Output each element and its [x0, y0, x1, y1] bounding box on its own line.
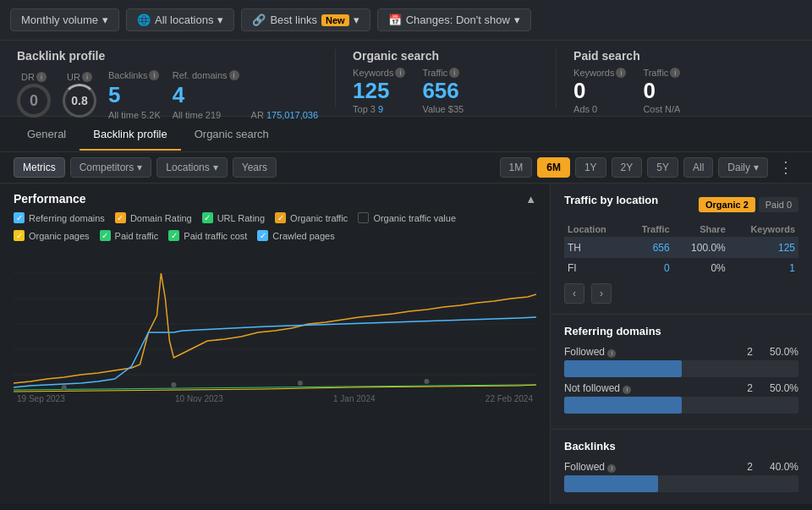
ref-bar-count: 2: [747, 382, 753, 394]
next-arrow[interactable]: ›: [591, 283, 612, 304]
dr-circle: 0: [17, 84, 51, 118]
legend-organic-pages[interactable]: ✓ Organic pages: [14, 230, 90, 241]
loc-col-traffic: Traffic: [626, 222, 673, 238]
ref-domains-label: Ref. domainsi: [173, 70, 239, 80]
ref-bar-pct: 50.0%: [770, 346, 798, 358]
loc-col-keywords: Keywords: [729, 222, 798, 238]
performance-chart: [14, 248, 536, 400]
organic-toggle-btn[interactable]: Organic 2: [699, 197, 755, 212]
backlink-bar-fill: [564, 475, 658, 492]
location-nav-arrows: ‹ ›: [564, 283, 798, 304]
changes-btn[interactable]: 📅 Changes: Don't show ▾: [377, 8, 531, 31]
period-5y-btn[interactable]: 5Y: [647, 157, 678, 178]
best-links-btn[interactable]: 🔗 Best links New ▾: [241, 8, 370, 31]
dr-label: DRi: [21, 72, 47, 82]
ref-bar-row: Not followed i 2 50.0%: [564, 382, 798, 414]
referring-domains-section: Referring domains Followed i 2 50.0% Not…: [551, 315, 812, 430]
traffic-by-location-title: Traffic by location: [564, 194, 658, 206]
loc-share: 100.0%: [673, 238, 729, 259]
ref-bar-count: 2: [747, 346, 753, 358]
changes-label: Changes: Don't show: [406, 14, 510, 26]
chevron-down-icon4: ▾: [514, 14, 520, 26]
ref-bar-track: [564, 360, 798, 377]
all-locations-btn[interactable]: 🌐 All locations ▾: [126, 8, 234, 31]
legend-crawled-pages[interactable]: ✓ Crawled pages: [257, 230, 334, 241]
period-6m-btn[interactable]: 6M: [537, 157, 570, 178]
tab-general[interactable]: General: [14, 119, 80, 151]
backlink-bar-track: [564, 475, 798, 492]
referring-domains-title: Referring domains: [564, 325, 798, 337]
calendar-icon: 📅: [388, 14, 402, 26]
backlink-bar-pct: 40.0%: [770, 461, 798, 473]
period-1y-btn[interactable]: 1Y: [575, 157, 606, 178]
x-label-3: 1 Jan 2024: [333, 394, 376, 403]
monthly-volume-label: Monthly volume: [21, 14, 98, 26]
ref-domains-value: 4: [173, 82, 239, 108]
loc-code: TH: [564, 238, 626, 259]
period-2y-btn[interactable]: 2Y: [612, 157, 643, 178]
legend-referring-domains-label: Referring domains: [29, 213, 105, 223]
legend-paid-traffic-cost[interactable]: ✓ Paid traffic cost: [168, 230, 247, 241]
ref-bar-name: Not followed i: [564, 382, 631, 394]
prev-arrow[interactable]: ‹: [564, 283, 584, 304]
legend-paid-traffic[interactable]: ✓ Paid traffic: [100, 230, 159, 241]
period-all-btn[interactable]: All: [683, 157, 713, 178]
loc-traffic: 656: [626, 238, 673, 259]
x-label-1: 19 Sep 2023: [17, 394, 65, 403]
tab-organic-search[interactable]: Organic search: [181, 119, 283, 151]
legend-otv-checkbox: [358, 212, 369, 223]
loc-keywords: 125: [729, 238, 798, 259]
table-row: TH 656 100.0% 125: [564, 238, 798, 259]
collapse-icon[interactable]: ▲: [525, 193, 536, 206]
legend-crawled-pages-label: Crawled pages: [272, 231, 334, 241]
backlinks-label: Backlinksi: [108, 70, 161, 80]
paid-search-title: Paid search: [573, 49, 726, 63]
chevron-down-icon3: ▾: [354, 14, 359, 26]
paid-traffic: Traffici 0 Cost N/A: [643, 68, 680, 114]
controls-bar: Metrics Competitors▾ Locations▾ Years 1M…: [0, 152, 812, 184]
locations-btn[interactable]: Locations▾: [156, 157, 227, 178]
competitors-btn[interactable]: Competitors▾: [70, 157, 152, 178]
chart-section: Performance ▲ ✓ Referring domains ✓ Doma…: [0, 184, 550, 504]
organic-search-title: Organic search: [353, 49, 539, 63]
nav-tabs: General Backlink profile Organic search: [0, 117, 812, 152]
table-row: FI 0 0% 1: [564, 258, 798, 278]
paid-toggle-btn[interactable]: Paid 0: [759, 197, 798, 212]
backlinks-section: Backlinks Followed i 2 40.0%: [551, 430, 812, 504]
paid-keywords: Keywordsi 0 Ads 0: [573, 68, 626, 114]
daily-btn[interactable]: Daily▾: [718, 157, 768, 178]
legend-organic-traffic-value-label: Organic traffic value: [373, 213, 456, 223]
period-1m-btn[interactable]: 1M: [500, 157, 533, 178]
backlink-bar-count: 2: [747, 461, 753, 473]
monthly-volume-btn[interactable]: Monthly volume ▾: [10, 8, 119, 31]
organic-traffic: Traffici 656 Value $35: [422, 68, 464, 114]
all-locations-label: All locations: [155, 14, 213, 26]
x-marker-1: [62, 385, 67, 390]
metrics-btn[interactable]: Metrics: [14, 157, 65, 178]
toolbar: Monthly volume ▾ 🌐 All locations ▾ 🔗 Bes…: [0, 0, 812, 41]
legend-url-rating[interactable]: ✓ URL Rating: [202, 212, 265, 223]
best-links-label: Best links: [270, 14, 317, 26]
loc-share: 0%: [673, 258, 729, 278]
legend-organic-traffic[interactable]: ✓ Organic traffic: [275, 212, 348, 223]
x-marker-4: [424, 379, 429, 384]
legend-paid-traffic-label: Paid traffic: [115, 231, 159, 241]
more-options-btn[interactable]: ⋮: [773, 158, 798, 177]
organic-keywords: Keywordsi 125 Top 3 9: [353, 68, 405, 114]
legend-referring-domains[interactable]: ✓ Referring domains: [14, 212, 105, 223]
chevron-down-icon: ▾: [102, 14, 108, 26]
legend-domain-rating[interactable]: ✓ Domain Rating: [115, 212, 192, 223]
legend-url-rating-label: URL Rating: [217, 213, 265, 223]
backlinks-stat: Backlinksi 5 All time 5.2K: [108, 70, 161, 120]
chart-area: 19 Sep 2023 10 Nov 2023 1 Jan 2024 22 Fe…: [14, 248, 536, 392]
performance-header: Performance ▲: [14, 192, 536, 206]
globe-icon: 🌐: [137, 14, 151, 26]
legend-paid-traffic-cost-label: Paid traffic cost: [184, 231, 247, 241]
main-content: Performance ▲ ✓ Referring domains ✓ Doma…: [0, 184, 812, 504]
x-label-4: 22 Feb 2024: [486, 394, 533, 403]
tab-backlink-profile[interactable]: Backlink profile: [80, 119, 180, 151]
backlink-bar-row: Followed i 2 40.0%: [564, 461, 798, 492]
years-btn[interactable]: Years: [233, 157, 277, 178]
x-marker-3: [298, 381, 303, 386]
legend-organic-traffic-value[interactable]: Organic traffic value: [358, 212, 456, 223]
